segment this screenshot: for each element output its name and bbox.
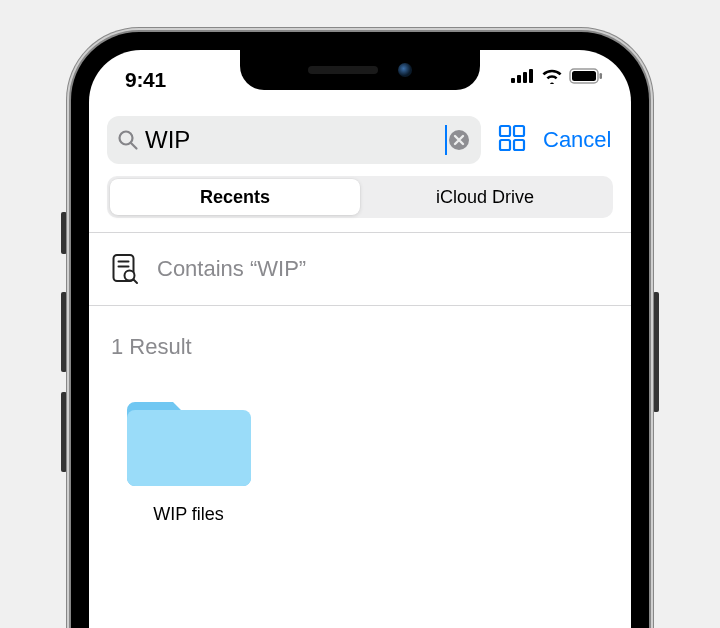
search-toolbar: Cancel	[89, 106, 631, 172]
svg-rect-10	[500, 126, 510, 136]
cellular-icon	[511, 69, 535, 83]
search-icon	[117, 129, 139, 151]
side-button-volume-down	[61, 392, 67, 472]
screen: 9:41	[89, 50, 631, 628]
svg-rect-5	[572, 71, 596, 81]
battery-icon	[569, 68, 603, 84]
scope-tab-label: iCloud Drive	[436, 187, 534, 208]
clear-icon	[448, 129, 470, 151]
side-button-volume-up	[61, 292, 67, 372]
svg-rect-2	[523, 72, 527, 83]
svg-rect-1	[517, 75, 521, 83]
svg-rect-0	[511, 78, 515, 83]
earpiece-speaker	[308, 66, 378, 74]
svg-rect-6	[600, 73, 603, 79]
search-suggestion-row[interactable]: Contains “WIP”	[89, 233, 631, 305]
svg-rect-12	[500, 140, 510, 150]
search-input[interactable]	[139, 126, 450, 154]
results-count-header: 1 Result	[89, 306, 631, 368]
scope-tab-recents[interactable]: Recents	[110, 179, 360, 215]
front-camera	[398, 63, 412, 77]
result-item-folder[interactable]: WIP files	[111, 388, 266, 525]
document-search-icon	[111, 253, 139, 285]
status-indicators	[511, 68, 603, 84]
grid-icon	[497, 123, 527, 153]
folder-icon	[119, 388, 259, 496]
result-item-label: WIP files	[153, 504, 224, 525]
search-field[interactable]	[107, 116, 481, 164]
svg-rect-11	[514, 126, 524, 136]
clear-search-button[interactable]	[447, 128, 471, 152]
side-button-silence	[61, 212, 67, 254]
svg-rect-3	[529, 69, 533, 83]
side-button-power	[653, 292, 659, 412]
scope-tab-icloud[interactable]: iCloud Drive	[360, 179, 610, 215]
search-suggestion-text: Contains “WIP”	[157, 256, 306, 282]
svg-line-18	[134, 280, 138, 284]
phone-mockup: 9:41	[71, 32, 649, 628]
svg-rect-13	[514, 140, 524, 150]
search-scope-segmented: Recents iCloud Drive	[107, 176, 613, 218]
results-grid: WIP files	[89, 368, 631, 545]
scope-tab-label: Recents	[200, 187, 270, 208]
notch	[240, 50, 480, 90]
view-mode-button[interactable]	[493, 119, 531, 161]
status-time: 9:41	[125, 68, 166, 92]
scope-control-container: Recents iCloud Drive	[89, 172, 631, 232]
svg-line-8	[131, 143, 136, 148]
wifi-icon	[541, 68, 563, 84]
cancel-button[interactable]: Cancel	[543, 127, 613, 153]
